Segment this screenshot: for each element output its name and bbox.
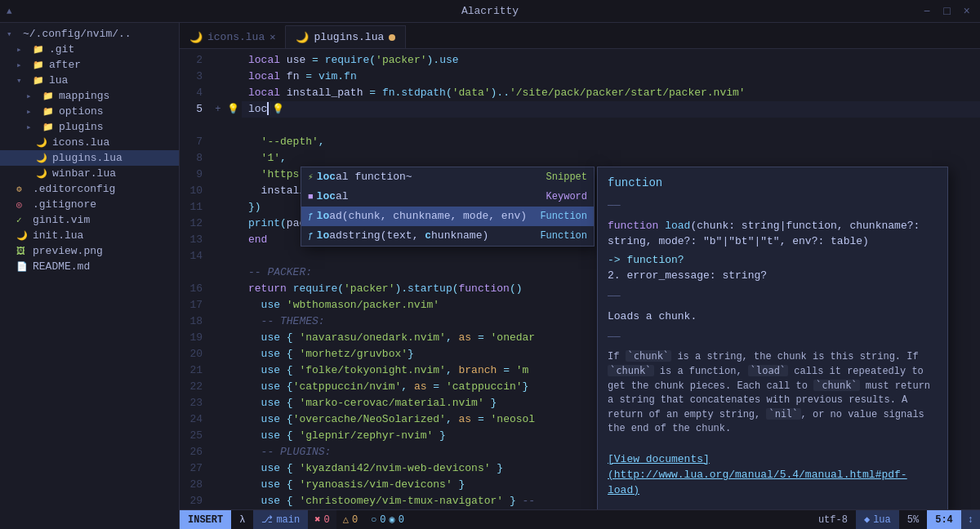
modified-dot (389, 34, 395, 41)
info-count: 0 (380, 514, 385, 526)
line-number: 26 (180, 444, 206, 460)
line-number: 13 (180, 232, 206, 248)
code-line: local install_path = fn.stdpath('data').… (242, 85, 980, 101)
sidebar-item-ginit-vim[interactable]: ✓ ginit.vim (0, 212, 179, 228)
line-number: 17 (180, 297, 206, 313)
sidebar-root[interactable]: ▾ ~/.config/nvim/.. (0, 26, 179, 42)
line-number: 2 (180, 52, 206, 69)
status-branch: ⎇ main (253, 510, 308, 529)
sidebar-item-label: icons.lua (52, 136, 109, 149)
folder-icon: 📁 (33, 60, 46, 70)
editor-body: 2 3 4 5 7 8 9 10 11 12 13 14 16 17 18 19… (180, 49, 980, 509)
status-language: ◆ lua (856, 510, 899, 529)
tab-icons-lua[interactable]: 🌙 icons.lua ✕ (180, 25, 286, 48)
code-line: local use = require('packer').use (242, 52, 980, 69)
line-number: 29 (180, 493, 206, 509)
sidebar-item-label: plugins.lua (52, 152, 122, 164)
tab-plugins-lua[interactable]: 🌙 plugins.lua (286, 25, 406, 48)
lua-dot-icon: ◆ (864, 513, 870, 526)
close-button[interactable]: × (960, 5, 973, 18)
sidebar-item-options[interactable]: ▸ 📁 options (0, 104, 179, 119)
close-tab-icon[interactable]: ✕ (270, 33, 275, 42)
chevron-right-icon: ▸ (26, 122, 39, 132)
md-file-icon: 📄 (16, 261, 29, 272)
sidebar-item-preview-png[interactable]: 🖼 preview.png (0, 243, 179, 259)
sidebar-item-winbar-lua[interactable]: 🌙 winbar.lua (0, 166, 179, 181)
tab-label: plugins.lua (314, 31, 384, 43)
tab-label: icons.lua (207, 31, 265, 43)
doc-separator2: —— (608, 288, 938, 304)
code-line: local fn = vim.fn (242, 69, 980, 85)
line-number: 16 (180, 281, 206, 297)
sidebar-item-label: .gitignore (33, 198, 96, 211)
titlebar-left-icon: ▲ (7, 7, 12, 16)
lambda-icon: λ (239, 514, 245, 526)
sidebar-item-label: .editorconfig (33, 183, 115, 195)
lua-file-icon: 🌙 (36, 153, 49, 163)
sidebar-item-plugins-lua[interactable]: 🌙 plugins.lua (0, 150, 179, 166)
keyword-icon: ■ (308, 189, 314, 205)
line-number (180, 118, 206, 134)
code-line: '1', (242, 150, 980, 167)
tab-lua-icon: 🌙 (296, 31, 309, 44)
sidebar-item-label: plugins (59, 121, 104, 133)
line-number: 4 (180, 85, 206, 101)
code-area: local use = require('packer').use local … (242, 49, 980, 509)
line-number: 21 (180, 362, 206, 379)
doc-link-anchor[interactable]: [View documents](http://www.lua.org/manu… (608, 453, 907, 496)
sidebar-item-mappings[interactable]: ▸ 📁 mappings (0, 88, 179, 104)
line-number: 25 (180, 428, 206, 444)
sidebar-root-label: ~/.config/nvim/.. (23, 28, 131, 40)
titlebar-controls: − □ × (920, 5, 973, 18)
sidebar-item-label: preview.png (33, 245, 103, 257)
scroll-icon: ↕ (968, 514, 973, 526)
completion-item-local[interactable]: ■ local Keyword (301, 187, 594, 207)
titlebar: ▲ Alacritty − □ × (0, 0, 980, 23)
sidebar-item-readme-md[interactable]: 📄 README.md (0, 259, 179, 274)
sidebar-item-label: lua (49, 74, 68, 87)
completion-item-label: loadstring(text, chunkname) (317, 228, 489, 244)
line-number: 18 (180, 313, 206, 330)
minimize-button[interactable]: − (920, 5, 933, 18)
hint-count: 0 (399, 514, 404, 526)
hint-icons: 💡 (272, 101, 286, 118)
completion-item-kind: Function (538, 228, 587, 244)
status-scroll: ↕ (961, 510, 980, 529)
completion-popup[interactable]: ⚡ local function~ Snippet ■ local Keywor… (301, 167, 595, 247)
completion-item-label: load(chunk, chunkname, mode, env) (317, 208, 527, 224)
code-editor[interactable]: local use = require('packer').use local … (242, 49, 980, 509)
line-number: 27 (180, 460, 206, 477)
completion-item-kind: Keyword (538, 189, 587, 205)
check-icon: ◉ (390, 513, 395, 526)
tab-bar: 🌙 icons.lua ✕ 🌙 plugins.lua (180, 23, 980, 49)
sidebar-item-label: .git (49, 43, 74, 56)
sidebar-item-after[interactable]: ▸ 📁 after (0, 57, 179, 73)
editor-container: 🌙 icons.lua ✕ 🌙 plugins.lua 2 3 4 5 7 8 (180, 23, 980, 529)
completion-item-loadstring[interactable]: ƒ loadstring(text, chunkname) Function (301, 226, 594, 246)
sidebar-item-label: ginit.vim (33, 214, 90, 226)
sidebar-item-git[interactable]: ▸ 📁 .git (0, 42, 179, 57)
sidebar-item-lua[interactable]: ▾ 📁 lua (0, 73, 179, 88)
line-number: 14 (180, 248, 206, 264)
status-percent: 5% (899, 514, 927, 526)
sidebar-item-gitignore[interactable]: ◎ .gitignore (0, 197, 179, 212)
completion-item-load[interactable]: ƒ load(chunk, chunkname, mode, env) Func… (301, 207, 594, 226)
completion-item-kind: Function (538, 208, 587, 224)
sidebar-item-plugins[interactable]: ▸ 📁 plugins (0, 119, 179, 135)
doc-description1: Loads a chunk. (608, 309, 938, 324)
folder-icon: 📁 (42, 91, 56, 101)
lua-file-icon: 🌙 (36, 168, 49, 179)
doc-separator3: —— (608, 329, 938, 345)
error-icon: ✖ (314, 513, 320, 526)
warning-icon: △ (343, 513, 349, 526)
sidebar-item-init-lua[interactable]: 🌙 init.lua (0, 228, 179, 243)
code-line: '--depth', (242, 134, 980, 150)
completion-item-local-function[interactable]: ⚡ local function~ Snippet (301, 167, 594, 187)
branch-name: main (276, 514, 300, 526)
line-number: 22 (180, 379, 206, 395)
maximize-button[interactable]: □ (940, 5, 953, 18)
sidebar-item-icons-lua[interactable]: 🌙 icons.lua (0, 135, 179, 150)
folder-icon: 📁 (33, 44, 46, 55)
sidebar-item-label: winbar.lua (52, 167, 116, 180)
sidebar-item-editorconfig[interactable]: ⚙ .editorconfig (0, 181, 179, 197)
